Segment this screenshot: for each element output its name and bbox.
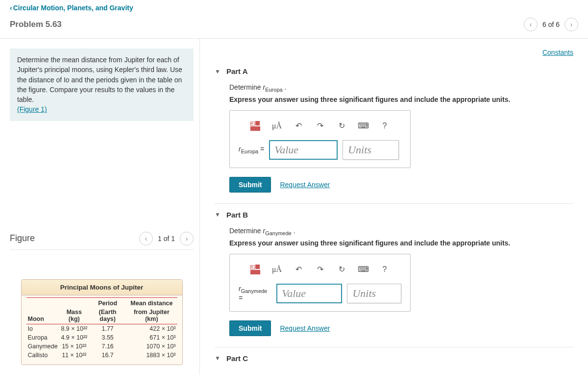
table-row: Io 8.9 × 10²² 1.77 422 × 10³ <box>26 324 177 333</box>
redo-icon[interactable]: ↷ <box>310 262 330 277</box>
redo-icon[interactable]: ↷ <box>310 119 330 133</box>
constants-link[interactable]: Constants <box>542 49 573 56</box>
svg-rect-3 <box>250 126 260 131</box>
figure-table: Principal Moons of Jupiter Moon Mass (kg… <box>21 279 183 365</box>
svg-rect-7 <box>250 270 260 274</box>
collapse-icon[interactable]: ▼ <box>215 68 220 75</box>
th-period-l2: (Earth days) <box>89 307 126 324</box>
part-b-instructions: Express your answer using three signific… <box>229 239 573 247</box>
figure-position: 1 of 1 <box>158 235 175 243</box>
keyboard-icon[interactable]: ⌨ <box>353 119 373 133</box>
help-icon[interactable]: ? <box>375 119 394 133</box>
part-a-title: Part A <box>226 67 248 75</box>
part-b-answer-box: μÅ ↶ ↷ ↻ ⌨ ? rGanymede = Value Units <box>229 254 411 312</box>
part-b-prompt: Determine rGanymede . <box>229 227 573 236</box>
figure-link[interactable]: (Figure 1) <box>17 105 47 113</box>
part-b-title: Part B <box>226 211 248 219</box>
chapter-title: Circular Motion, Planets, and Gravity <box>13 4 133 12</box>
th-period-l1: Period <box>89 297 126 307</box>
table-row: Ganymede 15 × 10²² 7.16 1070 × 10³ <box>26 342 177 351</box>
submit-button[interactable]: Submit <box>229 320 271 336</box>
help-icon[interactable]: ? <box>375 262 394 277</box>
collapse-icon[interactable]: ▼ <box>215 355 220 362</box>
svg-rect-1 <box>251 122 253 124</box>
part-a-instructions: Express your answer using three signific… <box>229 96 573 103</box>
svg-rect-6 <box>255 265 260 269</box>
collapse-icon[interactable]: ▼ <box>215 211 220 218</box>
undo-icon[interactable]: ↶ <box>289 262 308 277</box>
part-b: ▼ Part B Determine rGanymede . Express y… <box>215 209 573 347</box>
svg-rect-2 <box>255 121 260 125</box>
templates-icon[interactable] <box>245 262 265 277</box>
problem-nav: ‹ 6 of 6 › <box>524 18 578 31</box>
units-icon[interactable]: μÅ <box>267 262 287 277</box>
th-dist-l2: from Jupiter (km) <box>126 307 177 324</box>
next-problem-button[interactable]: › <box>564 18 578 31</box>
units-icon[interactable]: μÅ <box>267 119 287 133</box>
units-input[interactable]: Units <box>347 284 401 303</box>
figure-heading: Figure <box>10 233 35 244</box>
chevron-left-icon: ‹ <box>10 4 12 12</box>
next-figure-button[interactable]: › <box>180 232 194 245</box>
table-row: Callisto 11 × 10²² 16.7 1883 × 10³ <box>26 351 177 360</box>
value-input[interactable]: Value <box>269 140 338 160</box>
table-row: Europa 4.9 × 10²² 3.55 671 × 10³ <box>26 333 177 342</box>
th-dist-l1: Mean distance <box>126 297 177 307</box>
part-c-title: Part C <box>226 354 248 363</box>
part-b-var-label: rGanymede = <box>239 285 271 302</box>
prev-problem-button[interactable]: ‹ <box>524 18 538 31</box>
th-moon: Moon <box>26 297 59 324</box>
undo-icon[interactable]: ↶ <box>289 119 308 133</box>
submit-button[interactable]: Submit <box>229 177 271 193</box>
part-a: ▼ Part A Determine rEuropa . Express you… <box>215 65 573 204</box>
units-input[interactable]: Units <box>343 140 399 160</box>
chapter-breadcrumb-link[interactable]: ‹ Circular Motion, Planets, and Gravity <box>10 4 133 12</box>
prompt-text: Determine the mean distance from Jupiter… <box>17 56 182 103</box>
problem-title: Problem 5.63 <box>10 20 62 29</box>
part-a-var-label: rEuropa = <box>239 145 264 154</box>
prev-figure-button[interactable]: ‹ <box>139 232 153 245</box>
th-mass: Mass (kg) <box>59 297 89 324</box>
request-answer-link[interactable]: Request Answer <box>280 181 330 189</box>
templates-icon[interactable] <box>245 119 265 133</box>
problem-position: 6 of 6 <box>542 21 560 28</box>
reset-icon[interactable]: ↻ <box>332 119 351 133</box>
keyboard-icon[interactable]: ⌨ <box>353 262 373 277</box>
problem-prompt: Determine the mean distance from Jupiter… <box>10 49 194 121</box>
part-c: ▼ Part C <box>215 352 573 363</box>
value-input[interactable]: Value <box>276 284 342 303</box>
reset-icon[interactable]: ↻ <box>332 262 351 277</box>
svg-rect-5 <box>251 266 253 268</box>
table-caption: Principal Moons of Jupiter <box>22 280 182 295</box>
part-a-prompt: Determine rEuropa . <box>229 83 573 93</box>
part-a-answer-box: μÅ ↶ ↷ ↻ ⌨ ? rEuropa = Value Units <box>229 110 411 168</box>
request-answer-link[interactable]: Request Answer <box>280 324 330 332</box>
